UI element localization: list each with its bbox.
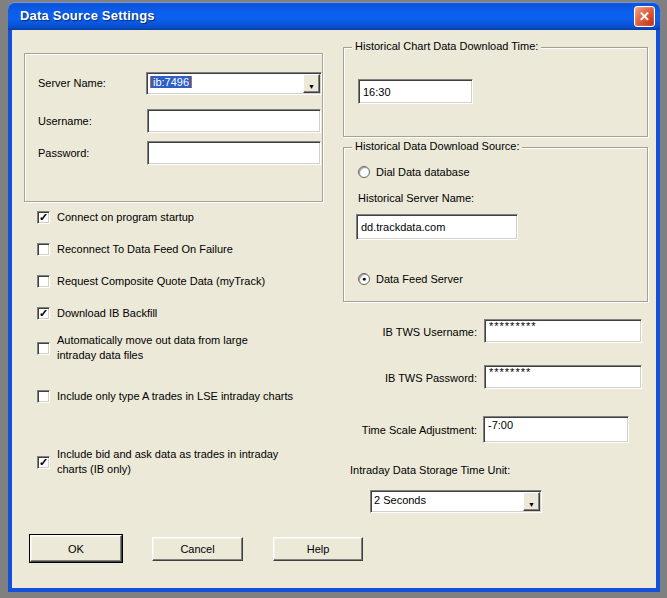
checkbox-label: Request Composite Quote Data (myTrack) (57, 274, 265, 289)
storage-unit-dropdown-button[interactable]: ▼ (523, 492, 540, 511)
checkbox-label: Download IB Backfill (57, 306, 157, 321)
radio-dial-data-database[interactable]: Dial Data database (358, 166, 470, 178)
ib-tws-password-label: IB TWS Password: (322, 372, 477, 384)
checkbox-label: Include bid and ask data as trades in in… (57, 447, 309, 477)
server-name-dropdown-button[interactable]: ▼ (303, 74, 320, 93)
checkbox-icon[interactable]: ✓ (37, 456, 50, 469)
help-button[interactable]: Help (273, 537, 363, 561)
checkbox-composite-quote[interactable]: Request Composite Quote Data (myTrack) (37, 274, 265, 289)
checkbox-icon[interactable]: ✓ (37, 211, 50, 224)
server-name-value: ib:7496 (150, 76, 192, 88)
checkbox-label: Automatically move out data from large i… (57, 333, 282, 363)
historical-time-group: Historical Chart Data Download Time: (343, 47, 648, 137)
dialog-body: Server Name: ib:7496 ▼ Username: Passwor… (8, 30, 660, 592)
radio-data-feed-server[interactable]: ● Data Feed Server (358, 273, 463, 285)
checkbox-lse-type-a-trades[interactable]: Include only type A trades in LSE intrad… (37, 389, 299, 404)
checkbox-download-ib-backfill[interactable]: ✓ Download IB Backfill (37, 306, 157, 321)
dialog-window: Data Source Settings ✕ Server Name: ib:7… (8, 2, 660, 592)
window-title: Data Source Settings (20, 8, 155, 23)
download-time-input[interactable] (358, 79, 473, 104)
desktop-background: Data Source Settings ✕ Server Name: ib:7… (0, 0, 667, 598)
historical-source-group: Historical Data Download Source: Dial Da… (343, 147, 648, 302)
checkbox-label: Include only type A trades in LSE intrad… (57, 389, 299, 404)
historical-server-name-label: Historical Server Name: (358, 192, 474, 204)
intraday-storage-unit-label: Intraday Data Storage Time Unit: (350, 464, 510, 476)
intraday-storage-unit-combobox[interactable]: 2 Seconds ▼ (370, 490, 542, 513)
storage-unit-selected-text: 2 Seconds (371, 491, 522, 512)
username-label: Username: (38, 115, 92, 127)
chevron-down-icon: ▼ (308, 83, 315, 90)
server-name-combobox[interactable]: ib:7496 ▼ (146, 72, 322, 95)
close-button[interactable]: ✕ (634, 6, 655, 27)
radio-icon[interactable] (358, 166, 370, 178)
historical-source-legend: Historical Data Download Source: (352, 140, 522, 152)
password-input[interactable] (147, 141, 321, 165)
time-scale-adjustment-input[interactable] (483, 416, 629, 443)
close-icon: ✕ (639, 9, 650, 24)
server-name-selected-text: ib:7496 (147, 73, 302, 94)
historical-server-name-input[interactable] (356, 214, 518, 240)
password-label: Password: (38, 147, 89, 159)
checkbox-move-out-large-data[interactable]: Automatically move out data from large i… (37, 333, 282, 363)
time-scale-adjustment-label: Time Scale Adjustment: (322, 424, 477, 436)
checkbox-icon[interactable] (37, 275, 50, 288)
ok-button[interactable]: OK (30, 535, 122, 562)
ib-tws-password-input[interactable] (484, 365, 642, 389)
checkbox-label: Connect on program startup (57, 210, 194, 225)
checkbox-label: Reconnect To Data Feed On Failure (57, 242, 233, 257)
checkbox-icon[interactable] (37, 390, 50, 403)
server-name-label: Server Name: (38, 77, 106, 89)
cancel-button[interactable]: Cancel (152, 537, 243, 561)
username-input[interactable] (147, 109, 321, 133)
checkbox-icon[interactable] (37, 342, 50, 355)
checkbox-icon[interactable]: ✓ (37, 307, 50, 320)
radio-label: Dial Data database (376, 166, 470, 178)
chevron-down-icon: ▼ (528, 501, 535, 508)
title-bar[interactable]: Data Source Settings ✕ (8, 2, 660, 30)
radio-label: Data Feed Server (376, 273, 463, 285)
checkbox-bid-ask-as-trades[interactable]: ✓ Include bid and ask data as trades in … (37, 447, 309, 477)
checkbox-connect-on-startup[interactable]: ✓ Connect on program startup (37, 210, 194, 225)
radio-icon[interactable]: ● (358, 273, 370, 285)
checkbox-reconnect-on-failure[interactable]: Reconnect To Data Feed On Failure (37, 242, 233, 257)
ib-tws-username-input[interactable] (484, 319, 642, 343)
ib-tws-username-label: IB TWS Username: (322, 326, 477, 338)
checkbox-icon[interactable] (37, 243, 50, 256)
historical-time-legend: Historical Chart Data Download Time: (352, 40, 541, 52)
